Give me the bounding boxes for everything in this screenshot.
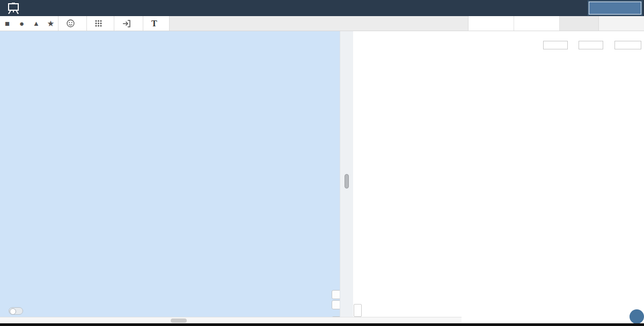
- dim-x-field: [541, 41, 568, 49]
- bit-size-info[interactable]: [514, 16, 560, 31]
- circle-tool-button[interactable]: ●: [14, 16, 29, 31]
- material-info[interactable]: [469, 16, 514, 31]
- square-tool-button[interactable]: ■: [0, 16, 14, 31]
- dim-x-input[interactable]: [543, 41, 568, 49]
- dim-y-input[interactable]: [579, 41, 603, 49]
- top-bar: [0, 0, 644, 16]
- square-icon: ■: [5, 19, 10, 28]
- circle-icon: ●: [19, 19, 24, 28]
- text-icon: T: [151, 19, 157, 28]
- divider-handle[interactable]: [345, 174, 349, 189]
- apps-grid-icon: [95, 20, 102, 27]
- triangle-icon: ▲: [33, 19, 40, 27]
- easel-app-window: ■ ● ▲ ★: [0, 0, 644, 326]
- smiley-icon: [67, 19, 75, 27]
- toolbar-filler: [170, 16, 469, 31]
- panel-divider[interactable]: [340, 31, 353, 323]
- units-toggle[interactable]: [9, 307, 23, 315]
- dim-y-field: [576, 41, 603, 49]
- star-icon: ★: [47, 19, 54, 28]
- carve-button[interactable]: [589, 2, 641, 15]
- units-toggle-group: [5, 307, 26, 315]
- preview-3d-canvas[interactable]: [353, 54, 644, 323]
- dim-z-input[interactable]: [614, 41, 641, 49]
- window-bottom-edge: [0, 323, 644, 326]
- design-2d-canvas[interactable]: [0, 31, 340, 317]
- material-dimensions-bar: [353, 31, 644, 54]
- horizontal-scrollbar-handle[interactable]: [171, 318, 187, 323]
- triangle-tool-button[interactable]: ▲: [29, 16, 43, 31]
- show-toolpaths-button[interactable]: [599, 16, 644, 31]
- text-button[interactable]: T: [143, 16, 169, 31]
- preview-3d-panel[interactable]: [353, 31, 644, 323]
- dim-z-field: [612, 41, 641, 49]
- cut-settings-button[interactable]: [560, 16, 599, 31]
- easel-logo-icon[interactable]: [6, 3, 20, 14]
- star-tool-button[interactable]: ★: [43, 16, 58, 31]
- horizontal-scrollbar[interactable]: [0, 317, 462, 323]
- help-button[interactable]: [630, 309, 644, 324]
- import-icon: [122, 20, 131, 27]
- toolbar: ■ ● ▲ ★: [0, 16, 644, 31]
- toggle-knob: [10, 308, 16, 315]
- import-button[interactable]: [114, 16, 143, 31]
- apps-button[interactable]: [87, 16, 114, 31]
- preview-more-button[interactable]: [354, 304, 362, 317]
- design-2d-panel[interactable]: [0, 31, 340, 317]
- icons-button[interactable]: [58, 16, 86, 31]
